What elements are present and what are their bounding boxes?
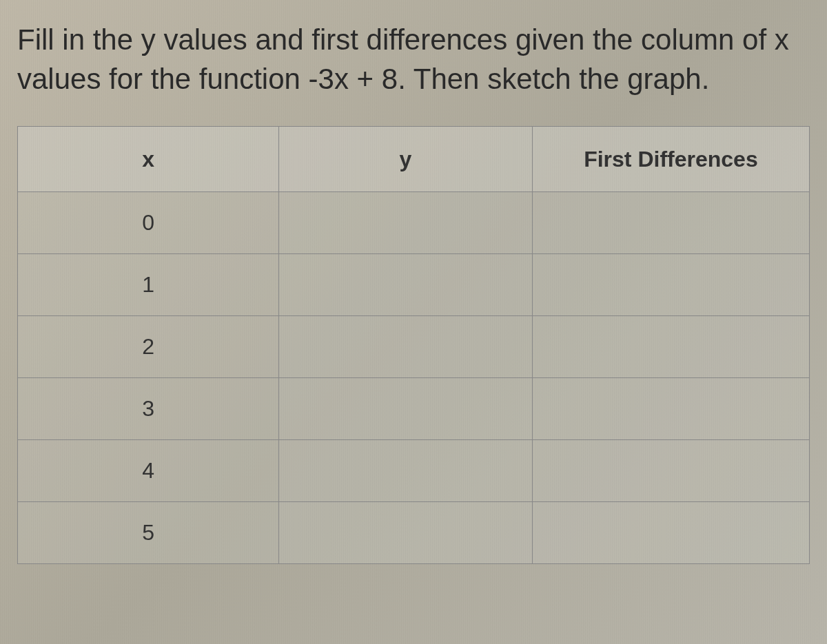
diff-value-cell [532,254,809,316]
diff-value-cell [532,440,809,502]
x-value-cell: 0 [18,192,279,254]
header-first-differences: First Differences [532,127,809,192]
table-row: 5 [18,502,810,564]
table-row: 3 [18,378,810,440]
diff-value-cell [532,378,809,440]
table-row: 0 [18,192,810,254]
question-text: Fill in the y values and first differenc… [17,21,810,98]
x-value-cell: 2 [18,316,279,378]
data-table: x y First Differences 0 1 2 3 4 [17,126,810,564]
y-value-cell [279,378,533,440]
table-row: 1 [18,254,810,316]
x-value-cell: 3 [18,378,279,440]
header-x: x [18,127,279,192]
y-value-cell [279,502,533,564]
y-value-cell [279,254,533,316]
x-value-cell: 1 [18,254,279,316]
y-value-cell [279,440,533,502]
diff-value-cell [532,192,809,254]
table-header-row: x y First Differences [18,127,810,192]
y-value-cell [279,316,533,378]
x-value-cell: 4 [18,440,279,502]
header-y: y [279,127,533,192]
y-value-cell [279,192,533,254]
table-row: 4 [18,440,810,502]
diff-value-cell [532,316,809,378]
diff-value-cell [532,502,809,564]
table-row: 2 [18,316,810,378]
x-value-cell: 5 [18,502,279,564]
